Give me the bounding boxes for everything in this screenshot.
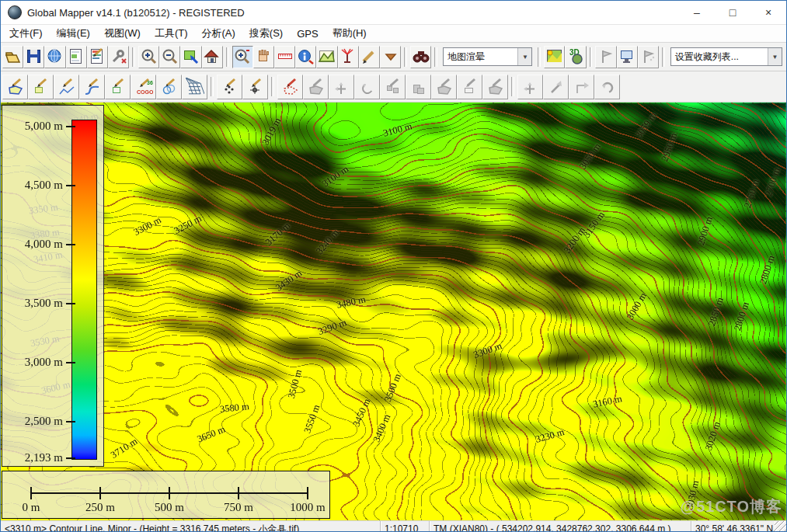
status-position: 30° 58' 46.3361" N, [691,521,775,532]
full-view-button[interactable] [180,46,201,68]
create-cogo-feature-button[interactable] [131,75,156,99]
legend-tick-label: 3,500 m [2,297,63,310]
home-icon [203,47,221,66]
toolbar-separator [590,47,593,67]
g-move-icon [333,78,351,96]
zoom-full-icon [182,47,200,66]
monitor-icon [618,47,636,66]
feature-info-tool-button[interactable] [295,46,316,68]
zoom-tool-button[interactable] [232,46,253,68]
maximize-button[interactable]: □ [715,1,750,24]
zoom-out-icon [161,47,179,66]
scale-bar-label: 0 m [1,501,62,514]
contour-label: 3019 m [259,116,284,147]
more-tools-menu-button[interactable] [380,46,401,68]
scale-bar-label: 500 m [138,501,200,514]
last-view-button[interactable] [202,46,223,68]
path-profile-tool-button[interactable] [316,46,337,68]
menu-gps[interactable]: GPS [290,26,325,41]
digitizer-tool-button[interactable] [359,46,380,68]
rotate-feature-button [354,75,380,99]
d-edit-icon [281,78,300,96]
contour-label: 2950 m [659,131,680,163]
contour-label: 2800 m [757,254,778,286]
contour-label: 2800 m [732,301,752,332]
create-point-at-coord-button[interactable] [242,75,268,99]
g-grid2-icon [384,78,402,96]
download-online-data-button[interactable] [44,46,65,68]
contour-label: 3100 m [382,120,413,139]
map-layout-button[interactable] [66,46,87,68]
overlay-control-center-button[interactable] [87,46,108,68]
view-3d-button[interactable] [565,46,586,68]
config-icon [110,47,128,66]
shader-options-button[interactable] [544,46,565,68]
measure-tool-button[interactable] [274,46,295,68]
menu-view[interactable]: 视图(W) [97,25,148,42]
view-shed-tool-button[interactable] [338,46,359,68]
folder-open-icon [4,47,23,66]
menu-tools[interactable]: 工具(T) [148,25,195,42]
menu-edit[interactable]: 编辑(E) [50,25,97,42]
scale-bar-tick [169,487,170,499]
g-rotate-icon [358,78,377,96]
snap-vertex-button [517,75,543,99]
favorites-combo[interactable]: 设置收藏列表...▼ [670,47,782,66]
title-bar: Global Mapper v14.1 (b120512) - REGISTER… [1,1,786,25]
menu-help[interactable]: 帮助(H) [326,25,374,42]
contour-label: 3500 m [286,368,305,399]
create-circle-button[interactable] [156,75,182,99]
resize-grip[interactable] [775,521,786,532]
zoom-out-button[interactable] [159,46,180,68]
viewshed-icon [339,47,357,66]
create-rectangle-button[interactable] [28,75,54,99]
create-line-button[interactable] [54,75,79,99]
profile-icon [318,47,336,66]
contour-label: 3020 m [703,420,723,452]
zoom-in-button[interactable] [138,46,159,68]
toolbar-separator [404,47,407,67]
save-workspace-button[interactable] [23,46,44,68]
minimize-button[interactable]: – [679,1,715,24]
hand-icon [254,47,273,66]
view-3d-window-button[interactable] [617,46,638,68]
status-bar: <3310 m> Contour Line, Minor - (Height =… [1,520,786,532]
create-grid-button[interactable] [182,75,207,99]
zoom-tool-icon [233,47,252,66]
scale-bar-tick [99,487,101,499]
map-view[interactable]: 3240 m3019 m3100 m3100 m3170 m3240 m3250… [1,103,786,520]
legend-tick-label: 4,500 m [2,179,63,192]
contour-label: 3710 m [109,436,140,461]
edit-feature-button[interactable] [277,75,303,99]
elevation-legend: 5,000 m4,500 m4,000 m3,500 m3,000 m2,500… [2,105,104,467]
chevron-down-icon[interactable]: ▼ [768,48,782,65]
toolbar-separator [538,47,541,67]
legend-tick-mark [66,303,75,304]
scale-bar: 0 m250 m500 m750 m1000 m [2,471,330,519]
legend-tick-label: 3,000 m [2,356,63,369]
create-box-button[interactable] [105,75,131,99]
create-spline-button[interactable] [79,75,105,99]
open-file-button[interactable] [2,46,23,68]
legend-tick-label: 2,500 m [2,415,63,428]
contour-label: 3300 m [472,340,504,361]
shader-combo-value: 地图渲晕 [444,50,517,64]
chevron-down-icon[interactable]: ▼ [517,48,531,65]
contour-label: 3430 m [273,267,305,294]
toolbar-digitizer [1,71,786,103]
shader-combo[interactable]: 地图渲晕▼ [443,47,532,66]
create-area-button[interactable] [2,75,28,99]
d-circle-icon [160,78,179,96]
undo-icon [598,78,617,96]
zoom-in-icon [140,47,158,66]
menu-search[interactable]: 搜索(S) [242,25,290,42]
gps-waypoint-button [638,46,659,68]
configuration-button[interactable] [108,46,129,68]
create-point-button[interactable] [217,75,242,99]
search-features-button[interactable] [410,46,431,68]
close-button[interactable]: × [750,1,786,24]
pan-tool-button[interactable] [253,46,274,68]
menu-file[interactable]: 文件(F) [2,25,50,42]
menu-analysis[interactable]: 分析(A) [195,25,242,42]
copy-feature-button [380,75,406,99]
